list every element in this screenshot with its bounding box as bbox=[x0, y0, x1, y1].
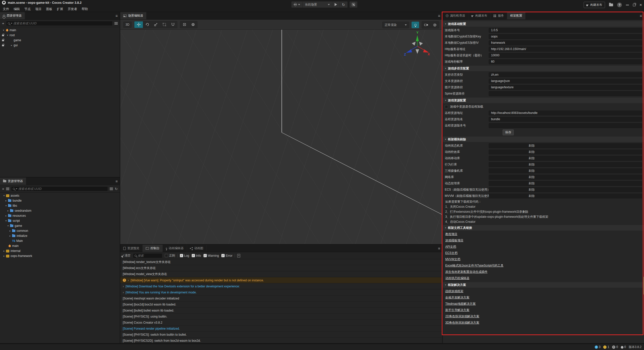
refresh-icon[interactable]: ↻ bbox=[115, 187, 118, 191]
remove-button[interactable]: 剔除 bbox=[489, 162, 642, 167]
link-全栈开发解决方案[interactable]: 全栈开发解决方案 bbox=[445, 295, 469, 300]
restart-button[interactable]: ↻ bbox=[340, 2, 347, 8]
tree-node-assets[interactable]: ▾assets bbox=[0, 193, 120, 198]
scene-viewport[interactable]: Y X Z bbox=[120, 30, 442, 244]
coordinate-toggle-button[interactable] bbox=[189, 21, 197, 28]
close-button[interactable]: × bbox=[639, 3, 642, 7]
section-header-游戏多语言配置[interactable]: ▾游戏多语言配置 bbox=[443, 66, 644, 71]
field-input[interactable]: http://192.168.0.150/main/ bbox=[489, 47, 642, 52]
scene-menu-icon[interactable]: ≡ bbox=[438, 14, 440, 18]
tree-node-root[interactable]: ▾root bbox=[0, 33, 120, 38]
link-Excel格式转Json文件与TypeScript代码工具[interactable]: Excel格式转Json文件与TypeScript代码工具 bbox=[445, 264, 503, 268]
remove-button[interactable]: 剔除 bbox=[489, 194, 642, 198]
field-input[interactable]: 1.0.5 bbox=[489, 28, 642, 33]
field-input[interactable]: language/texture bbox=[489, 85, 642, 90]
tree-node-game[interactable]: game bbox=[0, 38, 120, 43]
hierarchy-search[interactable] bbox=[6, 21, 113, 26]
status-warning-count[interactable]: ! 1 bbox=[603, 345, 609, 349]
field-input[interactable]: oops bbox=[489, 34, 642, 39]
hierarchy-menu-icon[interactable]: ≡ bbox=[115, 14, 118, 18]
section-header-框架模块剔除[interactable]: ▾框架模块剔除 bbox=[443, 137, 644, 142]
link-新手引导解决方案[interactable]: 新手引导解决方案 bbox=[445, 308, 469, 312]
link-Tiledmap地图解决方案[interactable]: Tiledmap地图解决方案 bbox=[445, 302, 476, 306]
dimension-toggle-button[interactable]: 3D bbox=[123, 22, 132, 28]
scrollbar-thumb[interactable] bbox=[643, 277, 644, 295]
rotate-tool-button[interactable] bbox=[143, 21, 151, 28]
field-input[interactable]: http://localhost:8083/assets/bundle bbox=[489, 111, 642, 115]
console-tab-控制台[interactable]: 控制台 bbox=[143, 245, 163, 252]
remove-button[interactable]: 剔除 bbox=[489, 181, 642, 186]
field-input[interactable] bbox=[489, 91, 642, 96]
remove-button[interactable]: 剔除 bbox=[489, 187, 642, 192]
clear-console-button[interactable]: 清空 bbox=[123, 253, 131, 258]
tree-node-main[interactable]: ▾main bbox=[0, 28, 120, 33]
tree-node-oops-framework[interactable]: ▸oops-framework bbox=[0, 253, 120, 258]
assets-search-input[interactable] bbox=[18, 187, 106, 191]
console-tab-动画图[interactable]: 动画图 bbox=[187, 245, 207, 252]
field-input[interactable] bbox=[489, 123, 642, 128]
section-header-游戏资源配置[interactable]: ▾游戏资源配置 bbox=[443, 98, 644, 103]
console-search[interactable] bbox=[133, 253, 163, 258]
camera-settings-button[interactable] bbox=[422, 22, 430, 28]
tree-node-gui[interactable]: ▸gui bbox=[0, 43, 120, 48]
link-MVVM文档[interactable]: MVVM文档 bbox=[445, 257, 460, 261]
filter-Error[interactable]: ✓Error bbox=[221, 254, 232, 257]
link-教程项目[interactable]: 教程项目 bbox=[445, 232, 457, 236]
link-原生包热更新配置自动生成插件[interactable]: 原生包热更新配置自动生成插件 bbox=[445, 270, 488, 274]
lighting-toggle-button[interactable] bbox=[412, 22, 419, 28]
tree-node-main[interactable]: main bbox=[0, 243, 120, 248]
preview-target-button[interactable] bbox=[292, 2, 303, 8]
menu-item-项目[interactable]: 项目 bbox=[34, 7, 42, 12]
link-动画状态机编辑器[interactable]: 动画状态机编辑器 bbox=[445, 276, 469, 280]
pivot-toggle-button[interactable] bbox=[180, 21, 189, 28]
console-tab-动画编辑器[interactable]: 动画编辑器 bbox=[163, 245, 187, 252]
remove-button[interactable]: 剔除 bbox=[489, 175, 642, 180]
tree-node-seedrandom[interactable]: ▸seedrandom bbox=[0, 208, 120, 213]
menu-item-开发者[interactable]: 开发者 bbox=[67, 7, 78, 12]
ui-transform-tool-button[interactable] bbox=[169, 21, 177, 28]
link-战棋游戏框架[interactable]: 战棋游戏框架 bbox=[445, 289, 463, 293]
field-input[interactable]: 60 bbox=[489, 59, 642, 64]
help-button[interactable]: ? bbox=[617, 3, 622, 7]
field-input[interactable]: bundle bbox=[489, 117, 642, 122]
filter-Log[interactable]: ✓Log bbox=[180, 254, 189, 257]
section-header-框架解决方案[interactable]: ▾框架解决方案 bbox=[443, 282, 644, 288]
scale-tool-button[interactable] bbox=[151, 21, 160, 28]
log-row[interactable]: !›[Window] [Vue warn]: Property "onInput… bbox=[120, 277, 442, 283]
scene-select[interactable]: 当前场景 bbox=[303, 2, 332, 8]
tree-node-initialize[interactable]: ▸initialize bbox=[0, 233, 120, 238]
assets-search[interactable] bbox=[11, 186, 108, 191]
log-row[interactable]: ›[Window] Download the Vue Devtools exte… bbox=[120, 283, 442, 289]
status-error-count[interactable]: × 0 bbox=[612, 345, 618, 349]
add-asset-button[interactable]: + bbox=[2, 187, 4, 191]
field-input[interactable]: zh,en bbox=[489, 72, 642, 77]
section-header-框架文档工具链接[interactable]: ▾框架文档工具链接 bbox=[443, 225, 644, 231]
regex-checkbox[interactable]: 正则 bbox=[165, 253, 175, 258]
link-3D角色扮演游戏解决方案[interactable]: 3D角色扮演游戏解决方案 bbox=[445, 321, 479, 325]
remove-button[interactable]: 剔除 bbox=[489, 168, 642, 173]
console-tab-资源预览[interactable]: 资源预览 bbox=[120, 245, 143, 252]
tree-node-script[interactable]: ▾script bbox=[0, 218, 120, 223]
tab-scene-editor[interactable]: 场景编辑器 bbox=[120, 12, 146, 19]
build-publish-button[interactable]: 构建发布 bbox=[584, 2, 605, 8]
menu-item-节点[interactable]: 节点 bbox=[24, 7, 31, 12]
log-row[interactable]: ›[Window] You are running Vue in develop… bbox=[120, 289, 442, 295]
tree-node-resources[interactable]: ▸resources bbox=[0, 213, 120, 218]
inspector-tab-构建发布[interactable]: 构建发布 bbox=[468, 12, 491, 19]
save-button[interactable]: 保存 bbox=[503, 129, 514, 135]
minimize-button[interactable] bbox=[626, 5, 629, 5]
rect-tool-button[interactable] bbox=[160, 21, 169, 28]
inspector-tab-服务[interactable]: 服务 bbox=[491, 12, 507, 19]
tab-assets[interactable]: 资源管理器 bbox=[0, 178, 26, 185]
add-node-button[interactable]: + bbox=[2, 21, 4, 25]
menu-item-文件[interactable]: 文件 bbox=[2, 7, 10, 12]
sort-icon[interactable] bbox=[6, 188, 9, 190]
filter-list-icon[interactable] bbox=[114, 22, 118, 25]
console-menu-icon[interactable]: ≡ bbox=[438, 246, 440, 250]
tree-node-game[interactable]: ▾game bbox=[0, 223, 120, 228]
tree-node-internal[interactable]: ▸internal bbox=[0, 248, 120, 253]
log-file-icon[interactable] bbox=[237, 254, 240, 257]
preview-qrcode-button[interactable] bbox=[350, 2, 357, 8]
status-notifications[interactable]: 0 bbox=[621, 345, 626, 349]
maximize-button[interactable] bbox=[633, 4, 635, 6]
